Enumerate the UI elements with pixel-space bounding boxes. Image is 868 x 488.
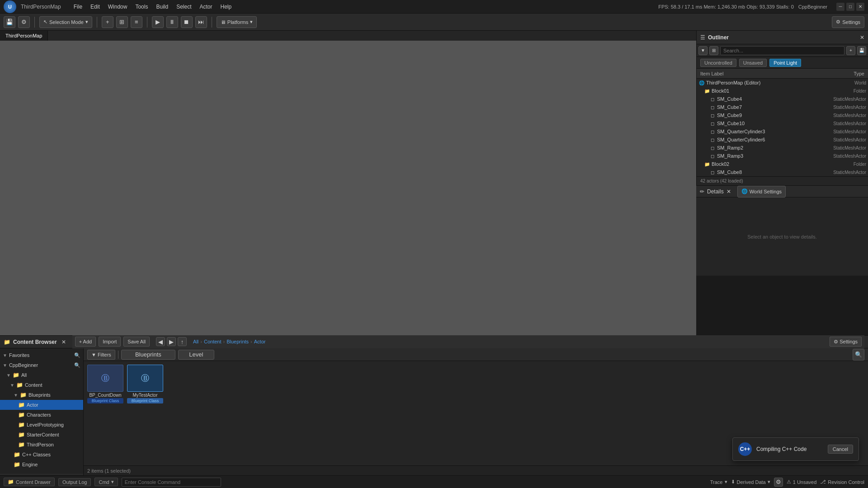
menu-file[interactable]: File bbox=[70, 3, 86, 11]
outliner-add-btn[interactable]: + bbox=[846, 46, 855, 55]
skip-btn[interactable]: ⏭ bbox=[195, 16, 207, 28]
menu-window[interactable]: Window bbox=[104, 3, 131, 11]
close-btn[interactable]: ✕ bbox=[856, 3, 864, 11]
table-row[interactable]: ◻ SM_QuarterCylinder3 StaticMeshActor bbox=[697, 127, 868, 136]
cb-sidebar-engine[interactable]: 📁 Engine bbox=[0, 460, 83, 469]
cb-sidebar-cpp-classes[interactable]: 📁 C++ Classes bbox=[0, 450, 83, 460]
minimize-btn[interactable]: ─ bbox=[836, 3, 844, 11]
outliner-item-icon: ◻ bbox=[709, 136, 716, 143]
table-row[interactable]: ◻ SM_Ramp3 StaticMeshActor bbox=[697, 152, 868, 160]
table-row[interactable]: 🌐 ThirdPersonMap (Editor) World bbox=[697, 79, 868, 87]
outliner-options-btn[interactable]: ⊞ bbox=[709, 46, 718, 55]
cb-sidebar-favorites[interactable]: ▼ Favorites 🔍 bbox=[0, 350, 83, 360]
cb-sidebar-characters[interactable]: 📁 Characters bbox=[0, 410, 83, 420]
cb-search-btn[interactable]: 🔍 bbox=[853, 349, 864, 361]
cb-sidebar-levelprototyping[interactable]: 📁 LevelPrototyping bbox=[0, 420, 83, 430]
cb-fwd-btn[interactable]: ▶ bbox=[167, 337, 176, 346]
menu-actor[interactable]: Actor bbox=[196, 3, 216, 11]
menu-select[interactable]: Select bbox=[173, 3, 195, 11]
cb-path-all[interactable]: All bbox=[193, 339, 198, 344]
output-log-btn[interactable]: Output Log bbox=[58, 478, 91, 486]
cb-filter-blueprints-btn[interactable]: Blueprints bbox=[121, 350, 175, 360]
cb-sidebar-all[interactable]: ▼ 📁 All bbox=[0, 370, 83, 380]
world-settings-btn[interactable]: 🌐 World Settings bbox=[737, 186, 786, 197]
pause-btn[interactable]: ⏸ bbox=[166, 16, 178, 28]
chevron-icon5: ▼ bbox=[14, 393, 18, 398]
cb-add-btn[interactable]: + Add bbox=[75, 337, 96, 347]
menu-edit[interactable]: Edit bbox=[87, 3, 104, 11]
derived-data-item[interactable]: ⬇ Derived Data ▾ bbox=[731, 479, 770, 485]
cmd-input[interactable] bbox=[122, 478, 221, 487]
outliner-item-type: StaticMeshActor bbox=[812, 97, 866, 102]
cb-path-actor[interactable]: Actor bbox=[254, 339, 266, 344]
table-row[interactable]: 📁 Block02 Folder bbox=[697, 160, 868, 168]
selection-mode-btn[interactable]: ↖ Selection Mode ▾ bbox=[39, 16, 92, 28]
cb-back-btn[interactable]: ◀ bbox=[156, 337, 165, 346]
cb-sidebar-cppbeginner[interactable]: ▼ CppBeginner 🔍 bbox=[0, 360, 83, 370]
cb-filters-btn[interactable]: ▼ Filters bbox=[87, 350, 115, 360]
filter-unsaved-btn[interactable]: Unsaved bbox=[739, 59, 767, 67]
compile-cancel-btn[interactable]: Cancel bbox=[828, 445, 853, 454]
menu-help[interactable]: Help bbox=[217, 3, 236, 11]
cb-sidebar-thirdperson[interactable]: 📁 ThirdPerson bbox=[0, 440, 83, 450]
outliner-filter-btn[interactable]: ▼ bbox=[698, 46, 708, 55]
cb-sidebar-content[interactable]: ▼ 📁 Content bbox=[0, 380, 83, 390]
asset-bp-countdown[interactable]: Ⓑ BP_CountDown Blueprint Class bbox=[87, 365, 123, 404]
table-row[interactable]: ◻ SM_Ramp2 StaticMeshActor bbox=[697, 144, 868, 152]
maximize-btn[interactable]: □ bbox=[846, 3, 854, 11]
table-row[interactable]: 📁 Block01 Folder bbox=[697, 87, 868, 95]
snap-btn[interactable]: ⊞ bbox=[116, 16, 128, 28]
source-control-btn[interactable]: ⚙ bbox=[18, 16, 30, 28]
platforms-btn[interactable]: 🖥 Platforms ▾ bbox=[217, 16, 257, 28]
cppbeginner-search-icon[interactable]: 🔍 bbox=[74, 362, 80, 368]
cb-save-all-btn[interactable]: Save All bbox=[123, 337, 150, 347]
project-name: ThirdPersonMap bbox=[21, 4, 61, 10]
chevron-down-icon2: ▾ bbox=[250, 19, 253, 25]
filter-uncontrolled-btn[interactable]: Uncontrolled bbox=[700, 59, 736, 67]
menu-build[interactable]: Build bbox=[152, 3, 172, 11]
revision-control-item[interactable]: ⎇ Revision Control bbox=[820, 479, 864, 485]
menu-tools[interactable]: Tools bbox=[132, 3, 151, 11]
details-close-btn[interactable]: ✕ bbox=[726, 188, 731, 195]
save-icon-btn[interactable]: 💾 bbox=[4, 16, 15, 28]
cb-sidebar-startercontent[interactable]: 📁 StarterContent bbox=[0, 430, 83, 440]
viewport-tab-main[interactable]: ThirdPersonMap bbox=[0, 31, 48, 41]
content-drawer-btn[interactable]: 📁 Content Drawer bbox=[4, 478, 55, 486]
cb-settings-btn[interactable]: ⚙ Settings bbox=[830, 337, 862, 347]
cmd-label-btn[interactable]: Cmd ▾ bbox=[94, 478, 118, 486]
cb-path-blueprints[interactable]: Blueprints bbox=[226, 339, 249, 344]
compile-icon: C++ bbox=[738, 442, 752, 456]
outliner-item-name: SM_Ramp3 bbox=[717, 153, 812, 159]
table-row[interactable]: ◻ SM_Cube7 StaticMeshActor bbox=[697, 103, 868, 111]
stop-btn[interactable]: ⏹ bbox=[181, 16, 193, 28]
outliner-item-name: Block02 bbox=[712, 161, 812, 167]
add-actor-btn[interactable]: + bbox=[102, 16, 113, 28]
outliner-close-btn[interactable]: ✕ bbox=[860, 34, 864, 41]
cb-sidebar-blueprints[interactable]: ▼ 📁 Blueprints bbox=[0, 390, 83, 400]
output-log-label: Output Log bbox=[62, 479, 87, 485]
cb-up-btn[interactable]: ↑ bbox=[178, 337, 187, 346]
filter-point-light-btn[interactable]: Point Light bbox=[769, 59, 801, 67]
cb-import-btn[interactable]: Import bbox=[99, 337, 121, 347]
cb-path-content[interactable]: Content bbox=[204, 339, 222, 344]
bottom-settings-btn[interactable]: ⚙ bbox=[774, 478, 783, 487]
outliner-item-name: SM_Cube9 bbox=[717, 113, 812, 118]
table-row[interactable]: ◻ SM_Cube8 StaticMeshActor bbox=[697, 168, 868, 176]
outliner-search-input[interactable] bbox=[720, 46, 844, 55]
unsaved-item[interactable]: ⚠ 1 Unsaved bbox=[787, 479, 817, 485]
settings-btn[interactable]: ⚙ Settings bbox=[832, 16, 864, 28]
outliner-toolbar: ▼ ⊞ + 💾 bbox=[697, 44, 868, 57]
cb-close-btn[interactable]: ✕ bbox=[61, 339, 66, 345]
play-btn[interactable]: ▶ bbox=[152, 16, 164, 28]
table-row[interactable]: ◻ SM_Cube4 StaticMeshActor bbox=[697, 95, 868, 103]
favorites-search-icon[interactable]: 🔍 bbox=[74, 352, 80, 358]
edit-icon: ✏ bbox=[700, 188, 704, 195]
outliner-save-btn[interactable]: 💾 bbox=[857, 46, 866, 55]
table-row[interactable]: ◻ SM_QuarterCylinder6 StaticMeshActor bbox=[697, 136, 868, 144]
table-row[interactable]: ◻ SM_Cube9 StaticMeshActor bbox=[697, 111, 868, 119]
asset-mytestactor[interactable]: Ⓑ MyTestActor Blueprint Class bbox=[127, 365, 163, 404]
snap-btn2[interactable]: ≡ bbox=[131, 16, 142, 28]
table-row[interactable]: ◻ SM_Cube10 StaticMeshActor bbox=[697, 119, 868, 127]
cb-filter-level-btn[interactable]: Level bbox=[178, 350, 214, 360]
cb-sidebar-actor[interactable]: 📁 Actor bbox=[0, 400, 83, 410]
